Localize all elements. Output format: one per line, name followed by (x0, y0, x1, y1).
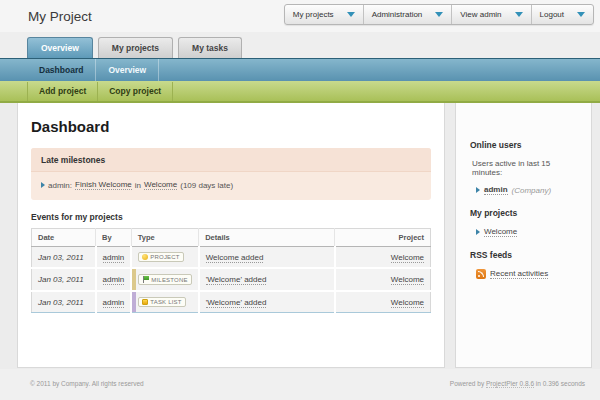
main-panel: Dashboard Late milestones admin: Finish … (17, 103, 445, 368)
online-user-link[interactable]: admin (484, 185, 508, 195)
my-projects-title: My projects (470, 208, 581, 218)
event-by-link[interactable]: admin (103, 298, 125, 308)
menu-button-my-projects[interactable]: My projects (285, 5, 363, 24)
tab-strip: Overview My projects My tasks (0, 32, 600, 58)
arrow-right-icon (476, 229, 480, 235)
event-type-cell: TASK LIST (131, 291, 198, 313)
event-details-link[interactable]: 'Welcome' added (206, 275, 267, 285)
menu-button-label: Logout (540, 10, 564, 19)
caret-down-icon (515, 12, 523, 17)
late-milestone-user: admin: (48, 181, 72, 190)
tasklist-icon (142, 299, 148, 305)
content-area: Dashboard Late milestones admin: Finish … (0, 103, 600, 369)
table-row: Jan 03, 2011 admin PROJECT Welcome added… (32, 247, 431, 269)
events-header-row: Date By Type Details Project (32, 229, 431, 247)
footer: © 2011 by Company. All rights reserved P… (0, 369, 600, 400)
recent-activities-link[interactable]: Recent activities (490, 269, 548, 279)
rss-feeds-title: RSS feeds (470, 250, 581, 260)
rss-feed-item: Recent activities (476, 269, 581, 279)
event-type-badge: PROJECT (138, 252, 183, 262)
event-type-badge: TASK LIST (138, 297, 185, 307)
action-bar: Add project Copy project (0, 81, 600, 103)
event-marker (132, 247, 136, 267)
col-header-project: Project (335, 229, 431, 247)
event-details-link[interactable]: 'Welcome' added (206, 298, 267, 308)
col-header-date: Date (32, 229, 96, 247)
powered-by-prefix: Powered by (450, 380, 484, 387)
event-project-link[interactable]: Welcome (391, 298, 424, 308)
projectpier-link[interactable]: ProjectPier 0.8.6 (486, 380, 534, 388)
late-milestones-title: Late milestones (31, 148, 431, 172)
menu-button-administration[interactable]: Administration (363, 5, 452, 24)
event-date: Jan 03, 2011 (32, 268, 96, 291)
events-table: Date By Type Details Project Jan 03, 201… (31, 228, 431, 313)
event-date: Jan 03, 2011 (32, 291, 96, 313)
arrow-right-icon (41, 182, 45, 188)
col-header-by: By (96, 229, 132, 247)
col-header-details: Details (199, 229, 335, 247)
milestone-link[interactable]: Finish Welcome (75, 180, 132, 190)
col-header-type: Type (131, 229, 198, 247)
menu-button-view-admin[interactable]: View admin (451, 5, 530, 24)
event-by-link[interactable]: admin (103, 275, 125, 285)
event-project-link[interactable]: Welcome (391, 275, 424, 285)
crumb-overview[interactable]: Overview (96, 59, 159, 81)
sidebar: Online users Users active in last 15 min… (455, 103, 592, 368)
online-users-title: Online users (470, 140, 581, 150)
my-project-item: Welcome (476, 227, 581, 237)
late-milestone-connector: in (135, 181, 141, 190)
menu-button-label: View admin (460, 10, 501, 19)
event-type-cell: MILESTONE (131, 268, 198, 291)
event-date: Jan 03, 2011 (32, 247, 96, 269)
table-row: Jan 03, 2011 admin TASK LIST 'Welcome' a… (32, 291, 431, 313)
project-link[interactable]: Welcome (144, 180, 177, 190)
add-project-button[interactable]: Add project (27, 82, 98, 101)
crumb-dashboard[interactable]: Dashboard (27, 59, 96, 81)
event-marker (132, 292, 136, 312)
caret-down-icon (347, 12, 355, 17)
milestone-icon (142, 276, 149, 283)
powered-by-suffix: in 0.396 seconds (536, 380, 585, 387)
event-by-link[interactable]: admin (103, 253, 125, 263)
late-milestones-box: Late milestones admin: Finish Welcome in… (31, 148, 431, 200)
app-header: My Project My projects Administration Vi… (0, 0, 600, 32)
project-icon (142, 254, 148, 260)
online-user-item: admin (Company) (476, 185, 581, 195)
rss-icon (476, 269, 486, 279)
page: My Project My projects Administration Vi… (0, 0, 600, 400)
tab-my-tasks[interactable]: My tasks (178, 37, 242, 58)
event-details-link[interactable]: Welcome added (206, 253, 264, 263)
event-project-link[interactable]: Welcome (391, 253, 424, 263)
crumb-bar: Dashboard Overview (0, 58, 600, 81)
arrow-right-icon (476, 187, 480, 193)
tab-overview[interactable]: Overview (27, 37, 93, 58)
event-type-cell: PROJECT (131, 247, 198, 269)
powered-by: Powered by ProjectPier 0.8.6 in 0.396 se… (450, 380, 585, 400)
table-row: Jan 03, 2011 admin MILESTONE 'Welcome' a… (32, 268, 431, 291)
events-section-title: Events for my projects (31, 212, 431, 222)
tab-my-projects[interactable]: My projects (98, 37, 173, 58)
caret-down-icon (435, 12, 443, 17)
online-users-subtitle: Users active in last 15 minutes: (472, 159, 581, 177)
copyright-text: © 2011 by Company. All rights reserved (30, 380, 144, 400)
event-marker (132, 269, 136, 290)
page-title: Dashboard (31, 118, 431, 135)
late-milestone-item: admin: Finish Welcome in Welcome (109 da… (31, 172, 431, 200)
event-type-badge: MILESTONE (138, 274, 191, 285)
online-user-company: (Company) (512, 186, 552, 195)
top-menu: My projects Administration View admin Lo… (284, 4, 594, 25)
my-project-link[interactable]: Welcome (484, 227, 517, 237)
copy-project-button[interactable]: Copy project (98, 82, 173, 101)
app-title: My Project (28, 9, 92, 24)
late-milestone-note: (109 days late) (180, 181, 233, 190)
menu-button-logout[interactable]: Logout (531, 5, 593, 24)
caret-down-icon (577, 12, 585, 17)
menu-button-label: My projects (293, 10, 334, 19)
menu-button-label: Administration (372, 10, 423, 19)
